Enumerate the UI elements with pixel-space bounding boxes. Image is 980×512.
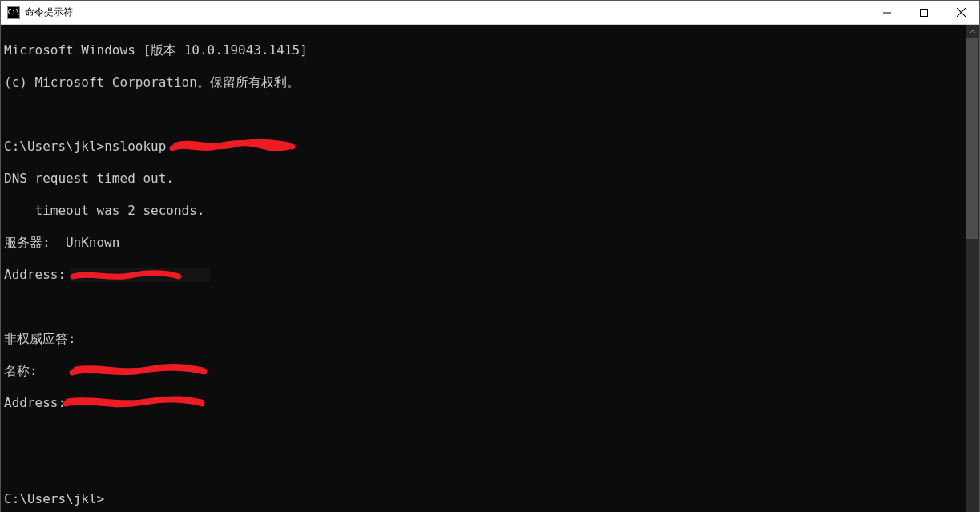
output-line: DNS request timed out. — [4, 171, 966, 187]
minimize-button[interactable] — [869, 1, 905, 25]
chevron-up-icon — [970, 29, 976, 35]
banner-line: Microsoft Windows [版本 10.0.19043.1415] — [4, 42, 966, 58]
maximize-button[interactable] — [905, 1, 942, 25]
address-label: Address: — [4, 395, 66, 410]
redaction-scribble — [168, 137, 296, 156]
svg-rect-0 — [921, 9, 928, 16]
output-line: Address: — [4, 267, 966, 283]
scroll-thumb[interactable] — [966, 38, 978, 239]
blank-line — [4, 299, 966, 315]
blank-line — [4, 107, 966, 123]
dark-rect — [70, 268, 210, 282]
name-label: 名称: — [4, 363, 38, 378]
close-icon — [957, 8, 966, 17]
redaction-scribble — [68, 363, 208, 379]
console-output[interactable]: Microsoft Windows [版本 10.0.19043.1415] (… — [1, 25, 966, 512]
prompt-path: C:\Users\jkl> — [4, 139, 104, 154]
maximize-icon — [920, 9, 928, 17]
output-line: timeout was 2 seconds. — [4, 203, 966, 219]
output-line: 名称: — [4, 363, 966, 379]
blank-line — [4, 459, 966, 475]
banner-line: (c) Microsoft Corporation。保留所有权利。 — [4, 75, 966, 91]
minimize-icon — [883, 9, 891, 17]
cmd-icon: C:\ — [7, 6, 20, 19]
titlebar[interactable]: C:\ 命令提示符 — [1, 1, 979, 25]
address-label: Address: — [4, 267, 66, 282]
command-text: nslookup — [104, 139, 166, 154]
output-line: 服务器: UnKnown — [4, 235, 966, 251]
vertical-scrollbar[interactable] — [966, 25, 979, 512]
window-frame: C:\ 命令提示符 Microsoft Windows [版本 10.0.190… — [0, 0, 980, 512]
prompt-line: C:\Users\jkl>nslookup — [4, 139, 966, 155]
window-title: 命令提示符 — [25, 6, 73, 19]
close-button[interactable] — [942, 1, 979, 25]
scroll-up-button[interactable] — [966, 25, 979, 38]
output-line: Address: — [4, 395, 966, 411]
console-area: Microsoft Windows [版本 10.0.19043.1415] (… — [1, 25, 979, 512]
output-line: 非权威应答: — [4, 331, 966, 347]
blank-line — [4, 427, 966, 443]
prompt-line[interactable]: C:\Users\jkl> — [4, 491, 966, 507]
prompt-path: C:\Users\jkl> — [4, 491, 104, 506]
redaction-scribble — [62, 395, 206, 411]
